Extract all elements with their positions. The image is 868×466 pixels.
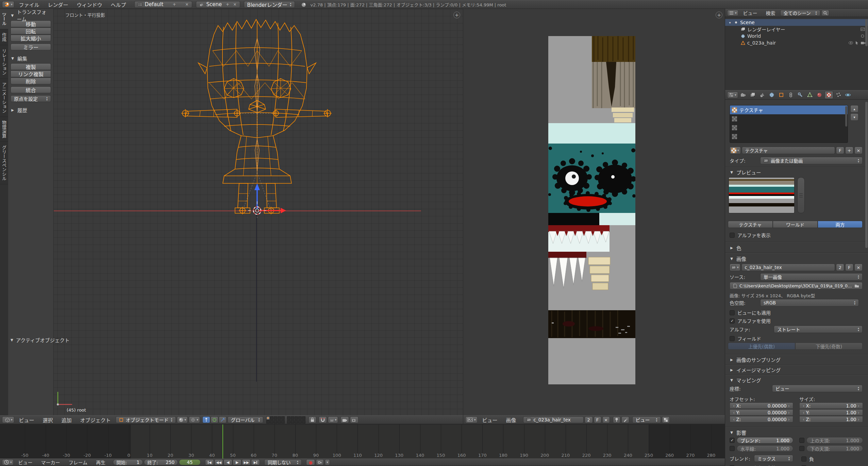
image-panel-header[interactable]: ▼ 画像 [730, 255, 746, 262]
orientation-dropdown[interactable]: グローバル ▴▾ [228, 416, 263, 423]
frame-end-field[interactable]: 終了: 250 [144, 459, 178, 465]
layer-toggle[interactable] [295, 420, 298, 423]
layers-widget-group2[interactable] [287, 416, 305, 423]
image-paint-toggle[interactable] [621, 416, 629, 423]
sync-dropdown[interactable]: 同期しない ▴▾ [264, 459, 302, 465]
slot-move-down-button[interactable]: ▾ [850, 113, 858, 121]
layer-toggle[interactable] [266, 420, 270, 423]
tl-view-menu[interactable]: ビュー [15, 459, 36, 466]
zenith-up-slider[interactable]: 上の天頂: 1.000 [806, 437, 863, 444]
colorspace-dropdown[interactable]: sRGB ▴▾ [760, 299, 859, 306]
browse-image-button[interactable]: ▾ [730, 264, 740, 271]
increment-icon[interactable]: › [858, 410, 859, 415]
layer-toggle[interactable] [291, 416, 294, 420]
mapping-panel-header[interactable]: ▼ マッピング [730, 376, 761, 384]
texture-fake-user-button[interactable]: F [836, 147, 844, 154]
display-channels-button[interactable] [662, 416, 670, 423]
tl-playback-menu[interactable]: 再生 [92, 459, 109, 466]
texture-type-dropdown[interactable]: 画像または動画 ▴▾ [760, 157, 863, 164]
size-x-field[interactable]: ‹ X: 1.00 › [799, 402, 863, 409]
outliner-view-menu[interactable]: ビュー [739, 10, 761, 16]
outliner-row-world[interactable]: ▾ World [725, 33, 868, 39]
layer-toggle[interactable] [270, 416, 273, 420]
coordinates-dropdown[interactable]: ビュー ▴▾ [772, 385, 863, 392]
panel-transform-header[interactable]: ▼ トランスフォーム [11, 12, 51, 19]
fields-checkbox[interactable]: フィールド [730, 335, 761, 342]
list-scrollbar[interactable] [845, 106, 847, 127]
uv-canvas[interactable]: + [463, 9, 725, 415]
rotate-button[interactable]: 回転 [11, 28, 51, 34]
texture-add-button[interactable]: + [845, 147, 853, 154]
add-menu[interactable]: 追加 [58, 416, 76, 423]
timeline-current-frame-line[interactable] [222, 425, 223, 459]
texture-name-field[interactable]: テクスチャ [742, 147, 835, 154]
menu-window[interactable]: ウィンドウ [73, 1, 106, 8]
outliner-row-renderlayers[interactable]: ▾ レンダーレイヤー [725, 26, 868, 33]
selectability-arrow-icon[interactable] [855, 41, 859, 45]
blend-mode-dropdown[interactable]: ミックス ▴▾ [754, 455, 793, 462]
scale-button[interactable]: 拡大縮小 [11, 35, 51, 41]
fake-user-button[interactable]: F [594, 416, 601, 423]
decrement-icon[interactable]: ‹ [803, 403, 804, 409]
preview-both-button[interactable]: 両方 [818, 221, 863, 228]
screen-layout-selector[interactable]: Default + × [134, 1, 192, 8]
play-reverse-button[interactable]: ◀ [223, 459, 232, 465]
influence-panel-header[interactable]: ▼ 影響 [730, 429, 746, 436]
lock-to-scene-toggle[interactable] [308, 416, 316, 423]
texture-slot-item[interactable] [730, 123, 848, 132]
layer-toggle[interactable] [281, 420, 285, 423]
record-button[interactable]: ● [306, 459, 315, 465]
size-y-field[interactable]: ‹ Y: 1.00 › [799, 409, 863, 416]
render-opengl-button[interactable] [340, 416, 349, 423]
image-unlink-button[interactable]: × [854, 264, 863, 271]
select-menu[interactable]: 選択 [39, 416, 57, 423]
uv-view-menu[interactable]: ビュー [479, 416, 501, 423]
editor-type-properties-selector[interactable]: ▾ [727, 91, 738, 98]
outliner-row-object[interactable]: c_023a_hair [725, 39, 868, 46]
tab-modifiers[interactable] [796, 91, 805, 99]
increment-icon[interactable]: › [858, 417, 859, 422]
outliner-scrollbar[interactable] [865, 19, 868, 46]
editor-type-timeline-selector[interactable]: ▾ [2, 459, 14, 465]
layer-toggle[interactable] [274, 416, 277, 420]
timeline-ruler[interactable]: -50-40-30-20-100102030405060708090100110… [0, 425, 725, 459]
layer-toggle[interactable] [287, 416, 290, 420]
layer-toggle[interactable] [287, 420, 290, 423]
jump-to-end-button[interactable]: ▶ [251, 459, 260, 465]
increment-icon[interactable]: › [858, 403, 859, 409]
close-layout-button[interactable]: × [185, 2, 189, 7]
add-layout-button[interactable]: + [172, 2, 176, 7]
texture-slot-item[interactable] [730, 132, 848, 141]
object-menu[interactable]: オブジェクト [77, 416, 115, 423]
tab-object[interactable] [777, 91, 786, 99]
sampling-panel-header[interactable]: ▶ 画像のサンプリング [730, 356, 781, 363]
checkbox[interactable] [799, 446, 804, 451]
tab-scene[interactable] [758, 91, 767, 99]
tab-grease-pencil[interactable]: グリースペンシル [0, 142, 8, 184]
texture-unlink-button[interactable]: × [854, 147, 863, 154]
alpha-mode-dropdown[interactable]: ストレート ▴▾ [774, 326, 863, 333]
lower-first-button[interactable]: 下優先(奇数) [795, 343, 863, 350]
tl-marker-menu[interactable]: マーカー [37, 459, 64, 466]
preview-resize-handle[interactable] [797, 177, 805, 213]
layer-toggle[interactable] [291, 420, 294, 423]
tab-physics[interactable]: 物理演算 [0, 117, 8, 142]
scene-selector[interactable]: Scene + × [196, 1, 240, 8]
use-alpha-checkbox[interactable]: ✓ アルファを使用 [730, 317, 771, 324]
play-button[interactable]: ▶ [233, 459, 241, 465]
offset-z-field[interactable]: ‹ Z: 0.00000 › [730, 416, 793, 422]
layer-toggle[interactable] [270, 420, 273, 423]
editor-type-image-selector[interactable]: ▾ [465, 416, 478, 423]
visibility-eye-icon[interactable] [848, 41, 853, 45]
layer-toggle[interactable] [274, 420, 277, 423]
editor-type-outliner-selector[interactable]: ▾ [727, 10, 738, 16]
decrement-icon[interactable]: ‹ [803, 417, 804, 422]
layer-toggle[interactable] [298, 420, 302, 423]
image-name-field[interactable]: c_023a_hair_tex [741, 264, 835, 271]
render-engine-selector[interactable]: Blenderレンダー ▴▾ [244, 1, 295, 8]
current-frame-field[interactable]: 45 [179, 459, 201, 465]
stencil-checkbox[interactable]: マスク [801, 464, 823, 466]
manipulator-scale-toggle[interactable] [219, 416, 227, 423]
increment-icon[interactable]: › [788, 410, 790, 415]
preview-texture-button[interactable]: テクスチャ [728, 221, 773, 228]
